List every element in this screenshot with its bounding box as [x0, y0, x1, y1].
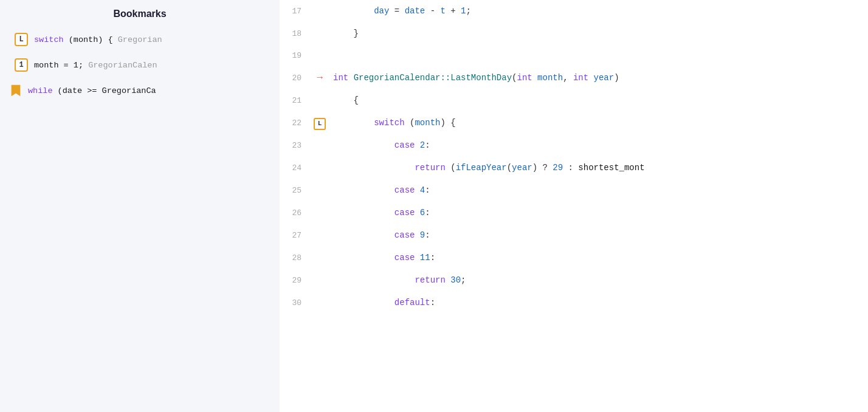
line-content-25: case 4: — [328, 179, 868, 201]
panel-title: Bookmarks — [0, 0, 280, 27]
line-content-24: return (ifLeapYear(year) ? 29 : shortest… — [328, 157, 868, 179]
bookmark-badge-L: L — [15, 33, 28, 46]
code-line-17: 17 day = date - t + 1; — [280, 0, 868, 22]
line-content-30: default: — [328, 292, 868, 314]
bookmark-text-2: month = 1; GregorianCalen — [34, 61, 157, 70]
line-content-29: return 30; — [328, 269, 868, 291]
line-content-26: case 6: — [328, 202, 868, 224]
line-content-28: case 11: — [328, 247, 868, 269]
line-content-17: day = date - t + 1; — [328, 0, 868, 22]
line-number-27: 27 — [280, 225, 311, 247]
line-gutter-22: L — [311, 118, 328, 130]
line-number-24: 24 — [280, 157, 311, 179]
line-number-18: 18 — [280, 23, 311, 45]
code-line-26: 26 case 6: — [280, 202, 868, 224]
bookmark-text-3: while (date >= GregorianCa — [28, 86, 156, 95]
line-number-21: 21 — [280, 90, 311, 112]
bookmark-icon — [10, 84, 22, 97]
line-content-22: switch (month) { — [328, 112, 868, 134]
bookmarks-panel: Bookmarks L switch (month) { Gregorian 1… — [0, 0, 280, 412]
code-line-25: 25 case 4: — [280, 179, 868, 202]
line-content-20: int GregorianCalendar::LastMonthDay(int … — [328, 67, 868, 89]
code-line-21: 21 { — [280, 89, 868, 112]
bookmark-badge-1: 1 — [15, 58, 28, 72]
arrow-icon: → — [317, 67, 323, 89]
line-number-30: 30 — [280, 292, 311, 314]
code-line-22: 22 L switch (month) { — [280, 112, 868, 134]
code-area: 17 day = date - t + 1; 18 } 19 20 → int … — [280, 0, 868, 412]
line-number-23: 23 — [280, 135, 311, 157]
code-line-27: 27 case 9: — [280, 224, 868, 247]
line-content-27: case 9: — [328, 224, 868, 246]
code-line-30: 30 default: — [280, 292, 868, 314]
bookmark-item-2[interactable]: 1 month = 1; GregorianCalen — [5, 52, 275, 78]
code-line-18: 18 } — [280, 22, 868, 45]
code-line-29: 29 return 30; — [280, 269, 868, 292]
bookmark-item-1[interactable]: L switch (month) { Gregorian — [5, 27, 275, 52]
line-number-25: 25 — [280, 180, 311, 202]
bookmark-text-1: switch (month) { Gregorian — [34, 35, 162, 44]
line-number-20: 20 — [280, 67, 311, 89]
code-line-19: 19 — [280, 45, 868, 67]
line-gutter-20: → — [311, 67, 328, 89]
line-number-28: 28 — [280, 247, 311, 269]
line-number-19: 19 — [280, 45, 311, 67]
code-line-20: 20 → int GregorianCalendar::LastMonthDay… — [280, 67, 868, 89]
code-line-28: 28 case 11: — [280, 247, 868, 269]
code-line-23: 23 case 2: — [280, 134, 868, 157]
line-number-17: 17 — [280, 1, 311, 22]
line-badge-L: L — [314, 118, 326, 130]
line-number-22: 22 — [280, 112, 311, 134]
bookmark-item-3[interactable]: while (date >= GregorianCa — [0, 78, 280, 103]
line-content-18: } — [328, 22, 868, 44]
code-editor-panel: 17 day = date - t + 1; 18 } 19 20 → int … — [280, 0, 868, 412]
line-content-23: case 2: — [328, 134, 868, 156]
line-number-26: 26 — [280, 202, 311, 224]
line-content-21: { — [328, 89, 868, 111]
code-line-24: 24 return (ifLeapYear(year) ? 29 : short… — [280, 157, 868, 179]
line-number-29: 29 — [280, 270, 311, 292]
